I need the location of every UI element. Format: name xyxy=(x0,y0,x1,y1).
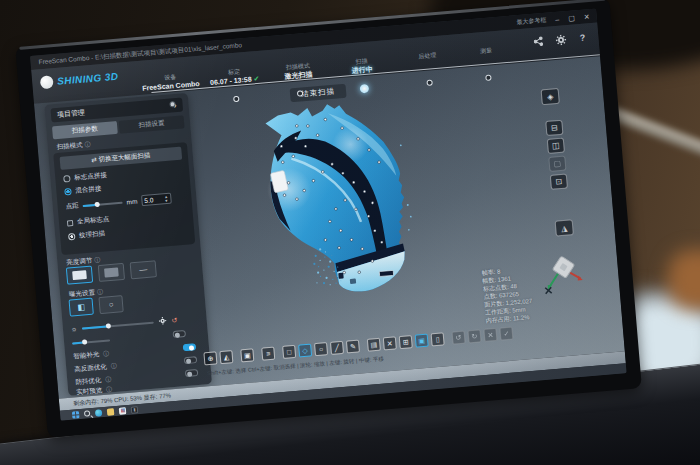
select-through-icon[interactable]: ▤ xyxy=(367,338,381,352)
minimize-button[interactable]: – xyxy=(555,15,559,22)
brightness-high-button[interactable] xyxy=(66,266,93,285)
fit-view-icon[interactable]: ◭ xyxy=(219,350,233,364)
info-icon: ⓘ xyxy=(110,362,117,371)
scan-debris xyxy=(400,144,413,231)
scanned-object xyxy=(226,83,445,329)
exposure-auto-button[interactable]: ◧ xyxy=(69,298,94,317)
orientation-gizmo[interactable] xyxy=(539,254,588,300)
brightness-low-button[interactable]: — xyxy=(130,260,157,279)
sidebar-header-label: 项目管理 xyxy=(57,108,86,120)
cancel-icon[interactable]: ✕ xyxy=(483,328,497,342)
sun-icon: ☼ xyxy=(71,325,78,332)
taskbar-search-icon[interactable] xyxy=(84,410,90,416)
help-icon[interactable]: ? xyxy=(576,31,589,44)
spin-arrows-icon[interactable]: ▲▼ xyxy=(164,194,169,202)
rect-select-icon[interactable]: □ xyxy=(282,345,296,359)
exposure-mode-buttons: ◧ ○ xyxy=(69,295,124,316)
view-mode-button[interactable]: ◈ xyxy=(541,88,560,105)
zoom-in-icon[interactable]: ⊕ xyxy=(203,351,217,365)
deselect-icon[interactable]: ✕ xyxy=(383,336,397,350)
mesh-preview-button[interactable]: ◮ xyxy=(555,219,574,236)
resolution-spinbox[interactable]: 5.0 ▲▼ xyxy=(141,193,172,206)
toggle-switch[interactable] xyxy=(184,356,198,364)
brand-logo: SHINING 3D xyxy=(40,70,119,90)
layers-icon[interactable]: ≡ xyxy=(261,347,275,361)
align-option-markers[interactable]: 标志点拼接 xyxy=(63,171,107,184)
toggle-switch[interactable] xyxy=(185,369,199,377)
exposure-slider-row: ☼ ↺ xyxy=(71,316,178,334)
doc-icon[interactable]: ▯ xyxy=(431,332,445,346)
exposure-slider[interactable] xyxy=(82,321,154,329)
ambient-toggle[interactable] xyxy=(173,330,187,338)
scan-mode-panel: ⇄ 切换至大幅面扫描 标志点拼接 混合拼接 点距 xyxy=(53,142,195,255)
texture-radio-row[interactable]: 纹理扫描 xyxy=(68,229,106,241)
share-icon[interactable] xyxy=(532,35,545,48)
photo-background: FreeScan Combo - E:\扫描数据\测试项目\测试项目01\xls… xyxy=(0,0,700,465)
taskbar-folder-icon[interactable] xyxy=(107,408,115,416)
3d-viewport[interactable]: 结束扫描 xyxy=(34,56,625,398)
redo-icon[interactable]: ↻ xyxy=(467,329,481,343)
laptop-screen: FreeScan Combo - E:\扫描数据\测试项目\测试项目01\xls… xyxy=(30,8,627,420)
info-icon: ⓘ xyxy=(103,349,110,358)
toggle-row-2: 高反面优化ⓘ xyxy=(74,362,117,375)
export-button[interactable]: ▢ xyxy=(548,156,566,172)
apply-select-icon[interactable]: ▣ xyxy=(415,334,429,348)
taskbar-edge-icon[interactable] xyxy=(95,409,103,417)
tab-scan-settings[interactable]: 扫描设置 xyxy=(119,115,185,133)
align-option-hybrid[interactable]: 混合拼接 xyxy=(64,185,102,197)
toggle-switch[interactable] xyxy=(183,343,197,351)
capture-frame-icon[interactable]: ▣ xyxy=(240,348,254,362)
undo-icon[interactable]: ↺ xyxy=(452,331,466,345)
info-icon: ⓘ xyxy=(105,375,112,384)
toggle-label: 高反面优化 xyxy=(74,363,107,375)
brand-logo-icon xyxy=(40,75,54,89)
gear-small-icon[interactable] xyxy=(158,317,167,327)
toggle-label: 智能补光 xyxy=(73,350,100,361)
right-toolbar-group: ⊟◫▢⊡ xyxy=(545,120,568,190)
brand-logo-text: SHINING 3D xyxy=(57,71,119,87)
step-node-icon[interactable] xyxy=(359,83,369,93)
taskbar-app-icon[interactable]: ‖ xyxy=(131,406,139,414)
tab-scan-params[interactable]: 扫描参数 xyxy=(52,121,118,139)
close-button[interactable]: ✕ xyxy=(583,13,589,20)
resolution-row: 点距 mm 5.0 ▲▼ xyxy=(65,193,171,213)
toggle-row-1: 智能补光ⓘ xyxy=(73,349,110,361)
line-select-icon[interactable]: ╱ xyxy=(330,341,344,355)
brush-select-icon[interactable]: ✎ xyxy=(346,339,360,353)
parameter-sidebar: 项目管理 › 扫描参数 扫描设置 扫描模式ⓘ ⇄ 切换至大幅面扫描 xyxy=(44,93,212,396)
polygon-select-icon[interactable]: ◇ xyxy=(298,343,312,357)
info-icon: ⓘ xyxy=(84,140,91,149)
radio-icon[interactable] xyxy=(63,175,71,183)
scan-stats: 帧率: 8幅数: 1361标志点数: 48点数: 637265面片数: 1,25… xyxy=(481,265,534,325)
window-menu-hint: 最大参考框 xyxy=(516,15,547,26)
ambient-slider[interactable] xyxy=(72,339,110,344)
laptop-bezel: FreeScan Combo - E:\扫描数据\测试项目\测试项目01\xls… xyxy=(15,0,642,438)
brightness-mid-button[interactable] xyxy=(98,263,125,282)
expand-select-icon[interactable]: ⊞ xyxy=(399,335,413,349)
blurred-object-warm xyxy=(668,250,700,310)
stepper-step-6[interactable]: 测量 xyxy=(448,45,524,58)
reset-icon[interactable]: ↺ xyxy=(171,316,178,324)
display-button[interactable]: ⊟ xyxy=(545,120,563,136)
exposure-manual-button[interactable]: ○ xyxy=(98,295,123,314)
settings-gear-icon[interactable] xyxy=(554,33,567,46)
laptop: FreeScan Combo - E:\扫描数据\测试项目\测试项目01\xls… xyxy=(15,0,642,438)
taskbar-windows-icon[interactable] xyxy=(72,411,80,419)
resolution-slider[interactable] xyxy=(83,201,123,206)
confirm-icon[interactable]: ✓ xyxy=(499,327,513,341)
save-project-button[interactable]: ◫ xyxy=(547,138,565,154)
radio-halo-icon[interactable] xyxy=(68,233,76,241)
ambient-slider-row xyxy=(72,330,186,347)
step-label: 测量 xyxy=(448,45,524,58)
radio-selected-icon[interactable] xyxy=(64,188,72,196)
checkbox-icon[interactable] xyxy=(67,219,73,225)
package-button[interactable]: ⊡ xyxy=(550,174,568,190)
maximize-button[interactable]: ▢ xyxy=(568,14,575,22)
taskbar-photos-icon[interactable] xyxy=(119,407,127,415)
global-markers-checkbox-row[interactable]: 全局标志点 xyxy=(67,215,110,228)
lasso-select-icon[interactable]: ○ xyxy=(314,342,328,356)
